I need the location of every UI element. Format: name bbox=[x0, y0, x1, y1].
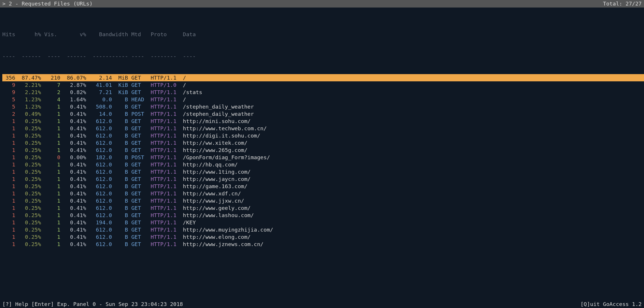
cell-hpct: 0.25% bbox=[19, 190, 41, 197]
cell-bw: 194.0 bbox=[89, 219, 112, 226]
cell-bwu: B bbox=[115, 175, 128, 183]
cell-bwu: B bbox=[115, 96, 128, 103]
cell-bwu: B bbox=[115, 110, 128, 118]
cell-vis: 1 bbox=[44, 241, 61, 248]
cell-mtd: GET bbox=[131, 161, 147, 168]
cell-vis: 1 bbox=[44, 132, 61, 139]
cell-vpct: 86.07% bbox=[64, 74, 86, 81]
table-row[interactable]: 10.25%10.41%612.0 BGETHTTP/1.1http://www… bbox=[2, 241, 644, 248]
cell-hits: 5 bbox=[2, 96, 15, 103]
cell-proto: HTTP/1.1 bbox=[151, 175, 180, 183]
cell-vis: 1 bbox=[44, 110, 61, 118]
col-mtd: Mtd bbox=[131, 31, 147, 38]
col-hits: Hits bbox=[2, 31, 15, 38]
table-row[interactable]: 35687.47%21086.07%2.14MiBGETHTTP/1.1/ bbox=[2, 74, 644, 81]
cell-bw: 2.14 bbox=[89, 74, 112, 81]
cell-hpct: 0.25% bbox=[19, 204, 41, 212]
cell-hits: 1 bbox=[2, 139, 15, 146]
cell-bwu: B bbox=[115, 146, 128, 154]
table-row[interactable]: 10.25%10.41%612.0 BGETHTTP/1.1http://gam… bbox=[2, 183, 644, 190]
table-row[interactable]: 10.25%10.41%612.0 BGETHTTP/1.1http://www… bbox=[2, 168, 644, 175]
cell-hits: 1 bbox=[2, 197, 15, 204]
table-row[interactable]: 51.23%41.64%0.0 BHEADHTTP/1.1/ bbox=[2, 96, 644, 103]
cell-bwu: B bbox=[115, 197, 128, 204]
dash: ---- bbox=[183, 52, 196, 60]
cell-vis: 1 bbox=[44, 197, 61, 204]
cell-vpct: 0.41% bbox=[64, 146, 86, 154]
cell-hpct: 0.25% bbox=[19, 183, 41, 190]
cell-data: http://www.muyingzhijia.com/ bbox=[183, 226, 273, 233]
cell-data: http://www.elong.com/ bbox=[183, 233, 251, 241]
table-row[interactable]: 20.49%10.41%14.0 BPOSTHTTP/1.1/stephen_d… bbox=[2, 110, 644, 118]
cell-data: /stephen_daily_weather bbox=[183, 110, 254, 118]
table-row[interactable]: 10.25%10.41%612.0 BGETHTTP/1.1http://ww.… bbox=[2, 139, 644, 146]
table-row[interactable]: 10.25%00.00%182.0 BPOSTHTTP/1.1/GponForm… bbox=[2, 154, 644, 161]
dash: ---- bbox=[131, 52, 147, 60]
table-row[interactable]: 10.25%10.41%612.0 BGETHTTP/1.1http://www… bbox=[2, 226, 644, 233]
cell-hpct: 0.25% bbox=[19, 132, 41, 139]
cell-hits: 1 bbox=[2, 161, 15, 168]
cell-vpct: 0.41% bbox=[64, 175, 86, 183]
cell-mtd: GET bbox=[131, 74, 147, 81]
cell-bwu: B bbox=[115, 125, 128, 132]
cell-bwu: B bbox=[115, 233, 128, 241]
table-row[interactable]: 10.25%10.41%612.0 BGETHTTP/1.1http://www… bbox=[2, 204, 644, 212]
cell-hpct: 87.47% bbox=[19, 74, 41, 81]
cell-bw: 508.0 bbox=[89, 103, 112, 110]
table-row[interactable]: 92.21%20.82%7.21KiBGETHTTP/1.1/stats bbox=[2, 89, 644, 96]
column-dashes: ---- ------ ---- ------ ----------- ----… bbox=[2, 52, 644, 60]
cell-vpct: 0.41% bbox=[64, 204, 86, 212]
table-row[interactable]: 10.25%10.41%612.0 BGETHTTP/1.1http://www… bbox=[2, 233, 644, 241]
cell-vis: 1 bbox=[44, 125, 61, 132]
cell-proto: HTTP/1.1 bbox=[151, 168, 180, 175]
table-row[interactable]: 10.25%10.41%612.0 BGETHTTP/1.1http://www… bbox=[2, 212, 644, 219]
cell-data: http://www.lashou.com/ bbox=[183, 212, 254, 219]
cell-bwu: B bbox=[115, 168, 128, 175]
cell-data: /stephen_daily_weather bbox=[183, 103, 254, 110]
spacer bbox=[0, 8, 644, 16]
cell-vpct: 0.41% bbox=[64, 125, 86, 132]
cell-hits: 9 bbox=[2, 89, 15, 96]
table-row[interactable]: 10.25%10.41%612.0 BGETHTTP/1.1http://www… bbox=[2, 197, 644, 204]
cell-bwu: B bbox=[115, 118, 128, 125]
cell-mtd: GET bbox=[131, 81, 147, 89]
cell-bwu: B bbox=[115, 219, 128, 226]
cell-bwu: B bbox=[115, 154, 128, 161]
cell-vpct: 0.41% bbox=[64, 168, 86, 175]
table-row[interactable]: 10.25%10.41%612.0 BGETHTTP/1.1http://www… bbox=[2, 190, 644, 197]
cell-proto: HTTP/1.1 bbox=[151, 219, 180, 226]
cell-data: /KEY bbox=[183, 219, 196, 226]
cell-bw: 612.0 bbox=[89, 161, 112, 168]
cell-data: http://www.techweb.com.cn/ bbox=[183, 125, 267, 132]
table-row[interactable]: 92.21%72.87%41.01KiBGETHTTP/1.0/ bbox=[2, 81, 644, 89]
table-row[interactable]: 10.25%10.41%612.0 BGETHTTP/1.1http://dig… bbox=[2, 132, 644, 139]
cell-vis: 1 bbox=[44, 219, 61, 226]
table-row[interactable]: 10.25%10.41%612.0 BGETHTTP/1.1http://min… bbox=[2, 118, 644, 125]
cell-hpct: 1.23% bbox=[19, 103, 41, 110]
cell-proto: HTTP/1.1 bbox=[151, 139, 180, 146]
cell-mtd: POST bbox=[131, 110, 147, 118]
cell-mtd: GET bbox=[131, 139, 147, 146]
dash: -------- bbox=[151, 52, 180, 60]
table-row[interactable]: 10.25%10.41%612.0 BGETHTTP/1.1http://www… bbox=[2, 146, 644, 154]
cell-proto: HTTP/1.1 bbox=[151, 241, 180, 248]
table-row[interactable]: 51.23%10.41%508.0 BGETHTTP/1.1/stephen_d… bbox=[2, 103, 644, 110]
cell-hpct: 2.21% bbox=[19, 81, 41, 89]
cell-vpct: 0.41% bbox=[64, 212, 86, 219]
status-bar: [?] Help [Enter] Exp. Panel 0 - Sun Sep … bbox=[0, 300, 644, 308]
table-row[interactable]: 10.25%10.41%612.0 BGETHTTP/1.1http://www… bbox=[2, 125, 644, 132]
dash: ----------- bbox=[89, 52, 128, 60]
cell-vpct: 0.41% bbox=[64, 233, 86, 241]
cell-proto: HTTP/1.1 bbox=[151, 233, 180, 241]
cell-bw: 612.0 bbox=[89, 183, 112, 190]
cell-proto: HTTP/1.1 bbox=[151, 110, 180, 118]
cell-mtd: GET bbox=[131, 233, 147, 241]
table-row[interactable]: 10.25%10.41%194.0 BGETHTTP/1.1/KEY bbox=[2, 219, 644, 226]
col-hpct: h% bbox=[19, 31, 41, 38]
cell-data: http://www.1ting.com/ bbox=[183, 168, 251, 175]
table-row[interactable]: 10.25%10.41%612.0 BGETHTTP/1.1http://www… bbox=[2, 175, 644, 183]
cell-hits: 1 bbox=[2, 241, 15, 248]
table-row[interactable]: 10.25%10.41%612.0 BGETHTTP/1.1http://hb.… bbox=[2, 161, 644, 168]
cell-bwu: B bbox=[115, 132, 128, 139]
col-data: Data bbox=[183, 31, 196, 38]
